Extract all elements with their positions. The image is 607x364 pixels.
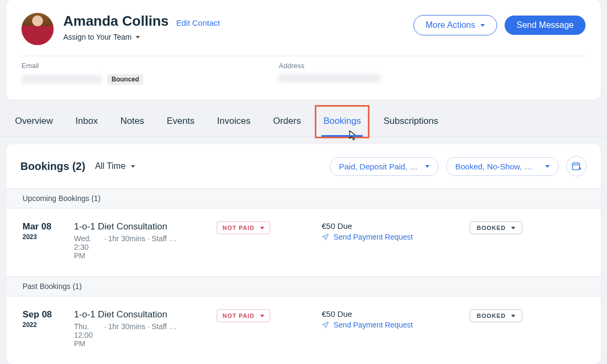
name-block: Amanda Collins Edit Contact Assign to Yo… <box>63 13 220 41</box>
address-label: Address <box>279 62 418 70</box>
email-value: Bounced <box>21 74 161 85</box>
booking-day-time: Wed. 2:30 PM <box>74 234 101 260</box>
email-block: Email Bounced <box>21 62 161 85</box>
tab-overview[interactable]: Overview <box>14 107 54 136</box>
booking-day-time: Thu. 12:00 PM <box>74 322 101 348</box>
contact-name: Amanda Collins <box>63 13 168 29</box>
header-top: Amanda Collins Edit Contact Assign to Yo… <box>21 13 586 45</box>
edit-contact-link[interactable]: Edit Contact <box>176 18 220 27</box>
pay-status-col: NOT PAID <box>217 309 286 322</box>
booking-title: 1-o-1 Diet Consultation <box>74 221 187 232</box>
chevron-down-icon <box>425 165 430 168</box>
payment-status-label: NOT PAID <box>223 313 255 319</box>
date-col: Sep 08 2022 <box>23 309 60 329</box>
send-icon <box>322 321 329 329</box>
status-filter-dropdown[interactable]: Booked, No-Show, C… <box>446 157 559 176</box>
chevron-down-icon <box>511 227 515 229</box>
booking-date: Mar 08 <box>23 221 60 232</box>
chevron-down-icon <box>131 165 135 168</box>
contact-header-card: Amanda Collins Edit Contact Assign to Yo… <box>6 0 601 100</box>
due-col: €50 Due Send Payment Request <box>322 309 440 330</box>
address-value <box>279 74 418 83</box>
due-amount: €50 Due <box>322 309 440 318</box>
calendar-plus-icon <box>571 161 582 172</box>
book-status-col: BOOKED <box>470 221 522 234</box>
booking-year: 2023 <box>23 233 60 241</box>
svg-rect-0 <box>573 163 580 170</box>
bookings-header: Bookings (2) All Time Paid, Deposit Paid… <box>6 144 601 188</box>
payment-status-dropdown[interactable]: NOT PAID <box>217 309 270 322</box>
filters-right: Paid, Deposit Paid, … Booked, No-Show, C… <box>330 156 587 176</box>
chevron-down-icon <box>545 165 550 168</box>
time-filter-label: All Time <box>95 161 125 171</box>
tab-notes[interactable]: Notes <box>119 107 145 136</box>
date-col: Mar 08 2023 <box>23 221 60 241</box>
booking-date: Sep 08 <box>23 309 60 320</box>
detail-col: 1-o-1 Diet Consultation Wed. 2:30 PM · 1… <box>74 221 187 260</box>
redacted-address <box>279 74 381 83</box>
tab-orders[interactable]: Orders <box>272 107 302 136</box>
booking-meta: · 1hr 30mins · Staff … <box>104 234 176 260</box>
booking-status-label: BOOKED <box>477 313 506 319</box>
booking-row: Mar 08 2023 1-o-1 Diet Consultation Wed.… <box>6 209 601 276</box>
add-booking-button[interactable] <box>566 156 587 176</box>
payment-filter-label: Paid, Deposit Paid, … <box>339 162 418 171</box>
cursor-pointer-icon <box>349 130 358 144</box>
tab-events[interactable]: Events <box>166 107 196 136</box>
send-icon <box>322 233 329 241</box>
more-actions-button[interactable]: More Actions <box>413 15 497 35</box>
send-payment-request-link[interactable]: Send Payment Request <box>322 321 413 329</box>
chevron-down-icon <box>511 315 515 317</box>
book-status-col: BOOKED <box>470 309 522 322</box>
booking-meta: · 1hr 30mins · Staff … <box>104 322 176 348</box>
send-payment-request-link[interactable]: Send Payment Request <box>322 233 413 241</box>
due-col: €50 Due Send Payment Request <box>322 221 440 242</box>
booking-status-dropdown[interactable]: BOOKED <box>470 221 522 234</box>
tabs: Overview Inbox Notes Events Invoices Ord… <box>0 107 607 137</box>
due-amount: €50 Due <box>322 221 440 231</box>
more-actions-label: More Actions <box>426 20 475 30</box>
payment-status-dropdown[interactable]: NOT PAID <box>217 221 270 234</box>
chevron-down-icon <box>136 36 140 39</box>
booking-status-dropdown[interactable]: BOOKED <box>470 309 522 322</box>
booking-title: 1-o-1 Diet Consultation <box>74 309 187 320</box>
past-section-header: Past Bookings (1) <box>6 276 601 296</box>
name-row: Amanda Collins Edit Contact <box>63 13 220 29</box>
send-message-button[interactable]: Send Message <box>505 16 586 35</box>
bookings-title: Bookings (2) <box>20 160 85 173</box>
bookings-card: Bookings (2) All Time Paid, Deposit Paid… <box>6 144 601 364</box>
upcoming-section-header: Upcoming Bookings (1) <box>6 188 601 209</box>
chevron-down-icon <box>260 315 264 317</box>
divider <box>21 56 586 56</box>
header-actions: More Actions Send Message <box>413 13 586 35</box>
time-filter-dropdown[interactable]: All Time <box>95 161 135 171</box>
booking-subline: Wed. 2:30 PM · 1hr 30mins · Staff … <box>74 234 187 260</box>
booking-subline: Thu. 12:00 PM · 1hr 30mins · Staff … <box>74 322 187 348</box>
tab-subscriptions[interactable]: Subscriptions <box>382 107 439 136</box>
email-label: Email <box>21 62 161 70</box>
pay-status-col: NOT PAID <box>217 221 286 234</box>
meta-row: Email Bounced Address <box>21 62 586 85</box>
tab-bookings-label: Bookings <box>323 116 361 126</box>
tab-inbox[interactable]: Inbox <box>75 107 99 136</box>
booking-row: Sep 08 2022 1-o-1 Diet Consultation Thu.… <box>6 296 601 364</box>
tab-bookings[interactable]: Bookings <box>322 107 362 136</box>
payment-filter-dropdown[interactable]: Paid, Deposit Paid, … <box>330 157 439 176</box>
send-payment-label: Send Payment Request <box>334 233 413 241</box>
bounced-badge: Bounced <box>107 74 143 85</box>
booking-year: 2022 <box>23 321 60 329</box>
assign-team-label: Assign to Your Team <box>63 33 131 41</box>
send-payment-label: Send Payment Request <box>334 321 413 329</box>
booking-status-label: BOOKED <box>477 225 506 231</box>
status-filter-label: Booked, No-Show, C… <box>455 162 538 171</box>
avatar <box>21 13 54 45</box>
redacted-email <box>21 75 102 84</box>
payment-status-label: NOT PAID <box>223 225 255 231</box>
send-message-label: Send Message <box>516 20 574 30</box>
chevron-down-icon <box>260 227 264 229</box>
tab-invoices[interactable]: Invoices <box>216 107 251 136</box>
detail-col: 1-o-1 Diet Consultation Thu. 12:00 PM · … <box>74 309 187 348</box>
assign-team-dropdown[interactable]: Assign to Your Team <box>63 33 140 41</box>
address-block: Address <box>279 62 418 85</box>
chevron-down-icon <box>480 24 485 27</box>
